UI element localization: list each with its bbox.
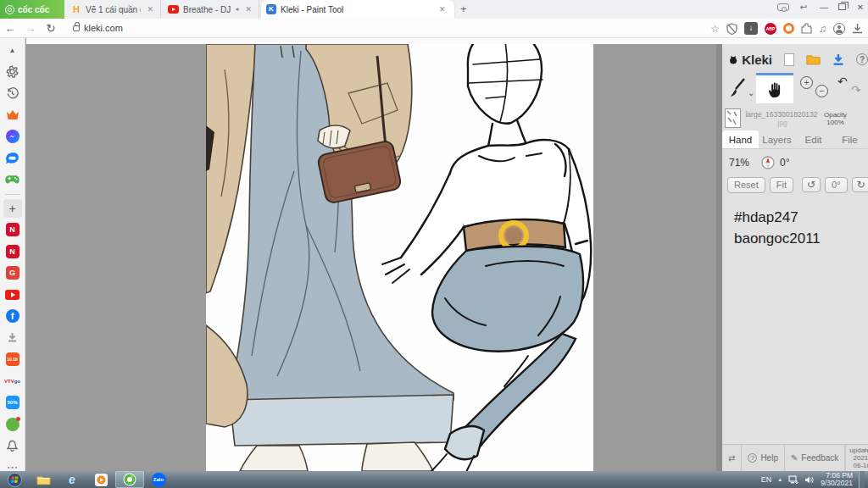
screen: cốc cốc H Vẽ 1 cái quần ống rộng (giới ✕… [0, 0, 868, 488]
reset-button[interactable]: Reset [727, 177, 765, 193]
feedback-button[interactable]: ✎ Feedback [785, 445, 845, 472]
volume-icon[interactable] [804, 475, 815, 485]
zoom-out-icon[interactable]: − [815, 85, 828, 97]
download-active-icon[interactable]: ↓ [744, 22, 758, 35]
rewards-crown-icon[interactable] [3, 106, 22, 125]
updated-info: updated2021-06-16 [845, 445, 868, 472]
zalo-taskbar-icon[interactable]: Zalo [144, 471, 173, 488]
tiki-50-icon[interactable]: 50% [3, 393, 22, 412]
tab-2-close-icon[interactable]: ✕ [243, 4, 253, 14]
history-icon[interactable] [3, 84, 22, 103]
kleki-title: Kleki [742, 53, 772, 67]
sidebar-add-button[interactable]: + [3, 199, 22, 218]
youtube-sidebar-icon[interactable] [3, 286, 22, 304]
music-note-icon[interactable]: ♫ [819, 23, 826, 35]
tray-expand-icon[interactable]: ▲ [777, 477, 782, 482]
coccoc-logo-icon [5, 5, 14, 14]
coccoc-extension-icon[interactable] [783, 23, 794, 34]
language-indicator[interactable]: EN [761, 475, 772, 484]
zing-icon[interactable] [3, 415, 22, 434]
media-player-icon[interactable] [86, 471, 115, 488]
new-tab-button[interactable]: + [460, 3, 467, 15]
adblock-icon[interactable]: ABP [765, 23, 776, 35]
kleki-header: Kleki ? [722, 47, 868, 71]
messenger-icon[interactable] [3, 127, 22, 146]
layer-thumbnail[interactable] [725, 108, 741, 128]
zalo-sidebar-icon[interactable] [3, 149, 22, 168]
redo-icon[interactable]: ↷ [851, 83, 861, 97]
facebook-icon[interactable]: f [3, 307, 22, 325]
rotate-cw-button[interactable]: ↻ [852, 177, 868, 192]
bookmark-star-icon[interactable]: ☆ [710, 23, 720, 35]
open-file-button[interactable] [806, 53, 821, 65]
tab-search-icon[interactable] [777, 3, 789, 11]
browser-logo[interactable]: cốc cốc [0, 0, 64, 19]
internet-explorer-icon[interactable]: e [58, 471, 86, 488]
tray-clock[interactable]: 7:06 PM9/30/2021 [821, 472, 853, 487]
new-image-button[interactable] [784, 53, 794, 66]
extensions-puzzle-icon[interactable] [801, 23, 812, 34]
tab-layers[interactable]: Layers [759, 130, 795, 148]
google-icon[interactable]: G [3, 263, 22, 282]
back-button[interactable]: ← [0, 22, 20, 35]
swap-colors-icon[interactable]: ⇄ [722, 445, 742, 472]
games-icon[interactable] [3, 170, 22, 189]
tab-hand[interactable]: Hand [722, 130, 759, 148]
canvas-note-text: #hdap247 baongoc2011 [734, 207, 821, 249]
show-desktop-button[interactable] [859, 471, 865, 488]
minimize-button[interactable]: — [818, 3, 830, 12]
drawing-canvas[interactable] [206, 44, 593, 471]
news-n-icon-2[interactable]: N [3, 242, 22, 261]
fit-button[interactable]: Fit [770, 177, 793, 193]
explorer-icon[interactable] [29, 471, 58, 488]
downloads-sidebar-icon[interactable] [3, 329, 22, 347]
profile-icon[interactable] [833, 23, 845, 35]
tab-2[interactable]: Breathe - DJ Komang Rin ✕ [163, 0, 259, 19]
downloads-tray-icon[interactable] [852, 23, 863, 34]
address-bar: ← → ↻ kleki.com ☆ ↓ ABP ♫ [0, 19, 868, 38]
tab-3-close-icon[interactable]: ✕ [437, 4, 448, 14]
reopen-tab-icon[interactable]: ↩ [798, 3, 810, 12]
tab-edit[interactable]: Edit [795, 130, 832, 148]
tab-1[interactable]: H Vẽ 1 cái quần ống rộng (giới ✕ [66, 0, 161, 19]
tab-file[interactable]: File [832, 130, 868, 148]
layer-row[interactable]: large_1633001820132 .jpg Opacity100% [722, 107, 868, 130]
coccoc-taskbar-icon[interactable] [115, 471, 144, 488]
compass-icon[interactable] [761, 156, 775, 169]
undo-icon[interactable]: ↶ [837, 75, 848, 88]
help-footer-button[interactable]: ? Help [742, 445, 785, 472]
maximize-button[interactable] [838, 3, 846, 10]
tab-3-active[interactable]: K Kleki - Paint Tool ✕ [261, 0, 454, 19]
start-button[interactable] [0, 471, 29, 488]
tab-3-title: Kleki - Paint Tool [281, 5, 433, 14]
note-line-2: baongoc2011 [734, 228, 821, 249]
panel-tabs: Hand Layers Edit File [722, 130, 868, 149]
url-text[interactable]: kleki.com [84, 23, 123, 33]
sidebar-scroll-up-icon[interactable]: ▲ [3, 41, 22, 59]
rotate-ccw-button[interactable]: ↺ [802, 177, 821, 192]
tab-audio-icon[interactable] [236, 5, 240, 14]
save-download-button[interactable] [832, 53, 844, 66]
reload-button[interactable]: ↻ [41, 22, 61, 35]
news-n-icon-1[interactable]: N [3, 220, 22, 239]
help-button[interactable]: ? [856, 53, 868, 65]
rotate-zero-button[interactable]: 0° [825, 177, 848, 193]
close-window-button[interactable]: ✕ [854, 3, 866, 12]
lock-icon[interactable] [73, 25, 80, 31]
layer-opacity[interactable]: Opacity100% [824, 111, 847, 126]
tab-1-title: Vẽ 1 cái quần ống rộng (giới [86, 5, 141, 14]
settings-gear-icon[interactable] [3, 63, 22, 81]
forward-button[interactable]: → [20, 22, 41, 35]
brush-dropdown-caret-icon[interactable]: ⌄ [748, 88, 754, 97]
pencil-icon: ✎ [791, 453, 798, 463]
notifications-bell-icon[interactable] [3, 436, 22, 455]
hand-tool-selected[interactable] [756, 73, 793, 103]
vtv-icon[interactable]: VTVgo [3, 372, 22, 391]
brush-tool-icon[interactable] [727, 77, 748, 99]
browser-tab-bar: cốc cốc H Vẽ 1 cái quần ống rộng (giới ✕… [0, 0, 868, 19]
zoom-in-icon[interactable]: + [800, 76, 813, 89]
sale-1010-icon[interactable]: 10.10 [3, 350, 22, 369]
shield-icon[interactable] [726, 23, 737, 35]
network-icon[interactable] [788, 475, 798, 485]
tab-1-close-icon[interactable]: ✕ [145, 4, 155, 14]
